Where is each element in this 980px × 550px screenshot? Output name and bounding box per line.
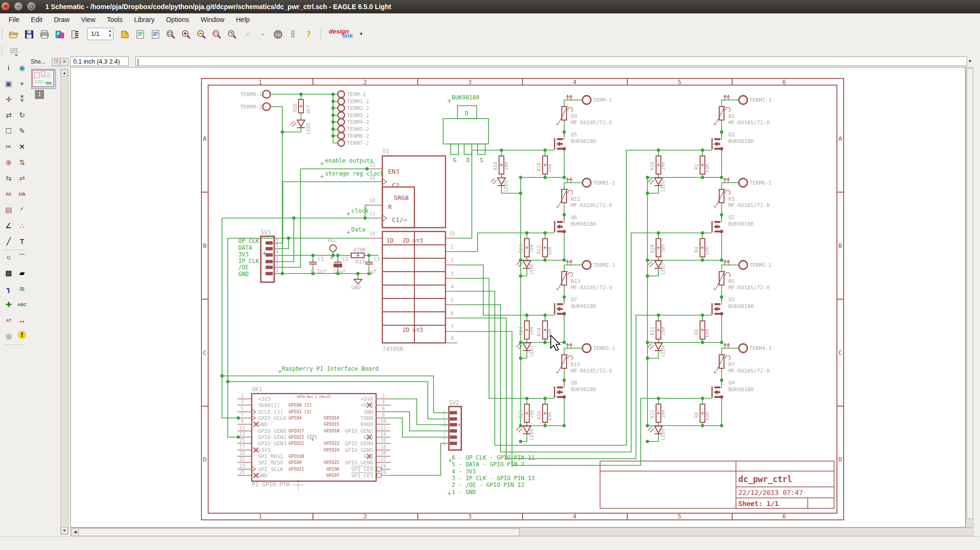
open-button[interactable]	[7, 27, 21, 42]
text-tool[interactable]: T	[16, 236, 28, 247]
add-tool[interactable]: ⊕	[3, 157, 14, 168]
menu-view[interactable]: View	[75, 13, 101, 26]
mark-tool[interactable]: ⌖	[16, 78, 28, 89]
zoom-out-button[interactable]	[194, 27, 209, 42]
polygon-tool[interactable]: ▰	[16, 267, 28, 279]
value-tool[interactable]: 10k	[16, 188, 28, 200]
svg-text:enable outputs: enable outputs	[325, 157, 373, 164]
cut-tool[interactable]: ✂	[3, 141, 14, 153]
svg-text:C: C	[203, 349, 207, 356]
menu-options[interactable]: Options	[160, 13, 195, 26]
miter-tool[interactable]: ◜	[16, 204, 28, 216]
zoom-fit-button[interactable]	[164, 27, 178, 42]
name-tool[interactable]: R2	[3, 188, 14, 200]
delete-tool[interactable]: ✕	[16, 141, 28, 153]
sheets-float-icon[interactable]: ❐	[52, 58, 60, 66]
go-button[interactable]	[286, 27, 301, 42]
sheets-scrollbar[interactable]: ▲ ▼	[60, 69, 68, 535]
replace-tool[interactable]: ⇆	[3, 173, 14, 184]
sheet-selector[interactable]: 1/1 ▲▼	[87, 28, 113, 40]
show-tool[interactable]: ◉	[16, 62, 28, 74]
command-input[interactable]	[135, 56, 967, 66]
svg-text:+: +	[713, 370, 716, 375]
svg-text:22: 22	[380, 457, 386, 462]
copy-tool[interactable]: ⁑	[16, 94, 28, 105]
attribute-tool[interactable]: AT	[3, 315, 14, 326]
vertical-scrollbar-thumb[interactable]	[967, 68, 973, 519]
scroll-down-icon[interactable]: ▼	[61, 527, 68, 534]
designlink-dropdown-icon[interactable]: ▼	[359, 32, 363, 36]
window-titlebar[interactable]: ✕ – ◻ 1 Schematic - /home/pja/Dropbox/co…	[0, 0, 980, 13]
svg-text:VCC: VCC	[327, 237, 337, 243]
menu-file[interactable]: File	[3, 13, 25, 26]
wire-tool[interactable]: ╱	[3, 236, 14, 247]
rect-tool[interactable]: ▩	[3, 267, 14, 279]
window-close-button[interactable]: ✕	[1, 2, 10, 11]
window-maximize-button[interactable]: ◻	[27, 2, 35, 11]
pinswap-tool[interactable]: ⇅	[16, 157, 28, 168]
change-tool[interactable]: ✎	[16, 125, 28, 137]
dimension-tool[interactable]: ↔	[16, 315, 28, 326]
invoke-tool[interactable]: ∴	[16, 220, 28, 231]
bus-tool[interactable]: ┓	[3, 283, 14, 295]
svg-text:SPI_MISO: SPI_MISO	[258, 460, 283, 466]
svg-text:6: 6	[782, 78, 786, 86]
menu-window[interactable]: Window	[195, 13, 230, 26]
cam-button[interactable]	[53, 27, 67, 42]
undo-button[interactable]: ↶	[240, 27, 255, 42]
schematic-canvas[interactable]: 112233445566AABBCCDDdc_pwr_ctrl22/12/201…	[70, 67, 966, 528]
erc-tool[interactable]: ◎	[3, 330, 14, 342]
script-button[interactable]	[133, 27, 147, 42]
stop-button[interactable]: STOP	[271, 27, 285, 42]
junction-tool[interactable]: ✚	[3, 299, 14, 310]
sheet-selector-arrows[interactable]: ▲▼	[108, 29, 112, 38]
horizontal-scrollbar-thumb[interactable]	[78, 528, 520, 536]
toolbar-handle[interactable]	[1, 28, 3, 40]
zoom-redraw-button[interactable]	[225, 27, 239, 42]
zoom-select-button[interactable]	[210, 27, 224, 42]
smash-tool[interactable]: ▤	[3, 204, 14, 216]
designlink-button[interactable]: design link ▼	[328, 27, 363, 41]
menu-tools[interactable]: Tools	[101, 13, 128, 26]
svg-text:15: 15	[449, 231, 455, 236]
label-tool[interactable]: ABC	[16, 299, 28, 310]
zoom-in-button[interactable]	[179, 27, 193, 42]
sheet-number-badge[interactable]: 1	[35, 90, 44, 99]
menu-edit[interactable]: Edit	[25, 13, 48, 26]
sheets-close-icon[interactable]: ✕	[60, 58, 68, 66]
mirror-tool[interactable]: ⇄	[3, 110, 14, 121]
menu-bar[interactable]: FileEditDrawViewToolsLibraryOptionsWindo…	[0, 13, 980, 26]
window-minimize-button[interactable]: –	[14, 2, 22, 11]
horizontal-scrollbar[interactable]: ◀	[70, 528, 973, 536]
errors-tool[interactable]: !	[18, 330, 26, 339]
save-button[interactable]	[22, 27, 36, 42]
net-tool[interactable]: ≋	[16, 283, 28, 295]
display-tool[interactable]: ▣	[3, 78, 14, 89]
sheet-thumbnail[interactable]	[31, 69, 56, 89]
move-tool[interactable]: ✛	[3, 94, 14, 105]
svg-text:TERM5-1: TERM5-1	[749, 262, 771, 268]
help-button[interactable]: ?	[301, 27, 316, 42]
command-history-dropdown-icon[interactable]: ▼	[967, 56, 973, 66]
menu-help[interactable]: Help	[230, 13, 256, 26]
circle-tool[interactable]: ○	[3, 252, 14, 263]
scroll-up-icon[interactable]: ▲	[61, 69, 68, 77]
use-library-button[interactable]	[118, 27, 132, 42]
rotate-tool[interactable]: ↻	[16, 110, 28, 121]
split-tool[interactable]: ∠	[3, 220, 14, 231]
scroll-left-icon[interactable]: ◀	[71, 528, 79, 536]
menu-draw[interactable]: Draw	[48, 13, 76, 26]
gateswap-tool[interactable]: ⇌	[16, 173, 28, 184]
menu-library[interactable]: Library	[128, 13, 160, 26]
ulp-button[interactable]	[148, 27, 163, 42]
info-tool[interactable]: i	[3, 62, 14, 74]
group-tool[interactable]: ☐	[3, 125, 14, 137]
svg-text:2 - /OE - GPIO PIN 12: 2 - /OE - GPIO PIN 12	[452, 482, 524, 488]
board-button[interactable]	[68, 27, 82, 42]
svg-text:74595N: 74595N	[382, 346, 403, 352]
print-button[interactable]	[37, 27, 52, 42]
arc-tool[interactable]: ⌒	[16, 252, 28, 263]
redo-button[interactable]: ↷	[256, 27, 270, 42]
sheets-panel-header[interactable]: She... ❐ ✕	[28, 56, 70, 67]
vertical-scrollbar[interactable]	[966, 67, 973, 528]
